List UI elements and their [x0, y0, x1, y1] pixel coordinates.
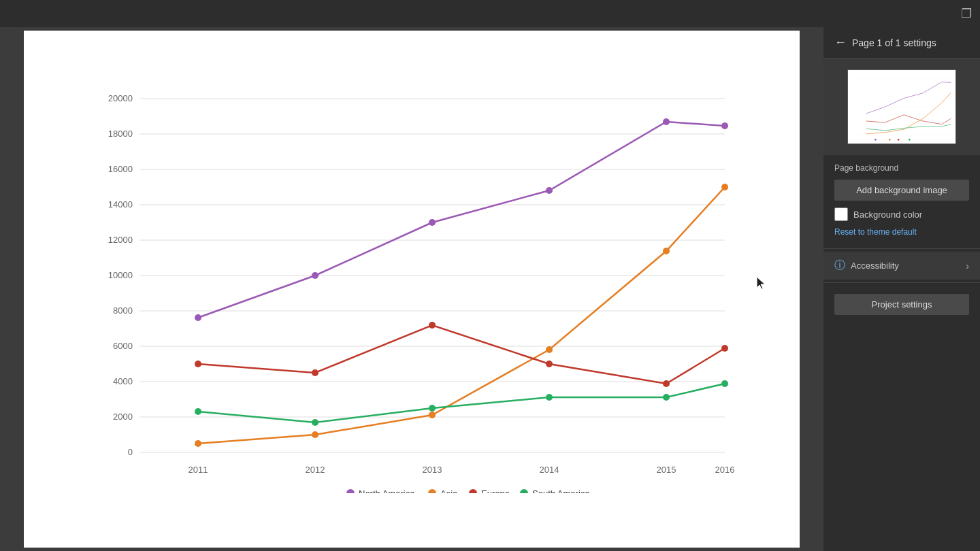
svg-point-29	[312, 272, 318, 279]
svg-point-35	[312, 431, 318, 438]
svg-point-40	[195, 361, 201, 367]
svg-text:16000: 16000	[108, 164, 133, 174]
svg-text:4000: 4000	[113, 376, 133, 386]
series-south-america	[195, 380, 728, 426]
svg-point-44	[663, 380, 670, 387]
svg-point-30	[429, 219, 436, 226]
thumbnail-container	[823, 59, 980, 155]
add-background-image-button[interactable]: Add background image	[834, 180, 969, 201]
svg-point-38	[663, 248, 670, 254]
svg-point-56	[469, 489, 477, 493]
svg-point-64	[875, 139, 877, 141]
svg-point-51	[721, 380, 728, 387]
divider-1	[823, 248, 980, 249]
copy-icon[interactable]: ❐	[961, 6, 972, 21]
svg-text:8000: 8000	[113, 305, 133, 316]
svg-text:Asia: Asia	[440, 488, 458, 493]
chart-container: 0 2000 4000 6000 8000 10000 12000 14000 …	[24, 31, 800, 548]
series-europe	[195, 322, 728, 387]
svg-text:2015: 2015	[657, 465, 676, 475]
svg-point-39	[721, 184, 728, 190]
svg-point-65	[889, 139, 891, 141]
svg-text:2013: 2013	[423, 465, 442, 475]
svg-point-45	[721, 345, 728, 352]
svg-point-47	[312, 419, 318, 426]
svg-point-41	[312, 369, 318, 376]
svg-point-37	[546, 346, 553, 353]
back-icon[interactable]: ←	[834, 35, 847, 50]
svg-text:12000: 12000	[108, 235, 133, 245]
chart-legend: North America Asia Europe South America	[346, 488, 590, 493]
svg-point-49	[546, 394, 553, 401]
svg-text:10000: 10000	[108, 270, 133, 280]
x-axis: 2011 2012 2013 2014 2015 2016	[189, 465, 735, 475]
y-axis: 0 2000 4000 6000 8000 10000 12000 14000 …	[108, 93, 725, 457]
svg-text:14000: 14000	[108, 199, 133, 210]
background-color-row: Background color	[834, 207, 969, 221]
page-background-label: Page background	[834, 163, 969, 173]
svg-text:2012: 2012	[306, 465, 325, 475]
svg-point-31	[546, 187, 553, 194]
svg-point-32	[663, 118, 670, 125]
svg-point-36	[429, 412, 436, 418]
svg-point-67	[909, 139, 911, 141]
reset-theme-link[interactable]: Reset to theme default	[834, 227, 917, 237]
project-settings-button[interactable]: Project settings	[834, 294, 969, 315]
svg-point-48	[429, 405, 436, 412]
chevron-down-icon: ›	[966, 261, 969, 271]
svg-point-43	[546, 361, 553, 367]
series-asia	[195, 184, 728, 447]
svg-point-42	[429, 322, 436, 329]
svg-point-28	[195, 314, 201, 321]
main-area: 0 2000 4000 6000 8000 10000 12000 14000 …	[0, 27, 980, 551]
svg-point-54	[428, 489, 436, 493]
svg-text:Europe: Europe	[481, 488, 510, 493]
right-panel: ← Page 1 of 1 settings	[823, 27, 980, 551]
divider-2	[823, 282, 980, 283]
svg-text:2011: 2011	[189, 465, 208, 475]
svg-point-66	[898, 139, 900, 141]
accessibility-row[interactable]: ⓘ Accessibility ›	[823, 252, 980, 280]
svg-text:North America: North America	[359, 488, 415, 493]
accessibility-icon: ⓘ	[834, 258, 845, 273]
svg-text:South America: South America	[532, 488, 590, 493]
svg-point-50	[663, 394, 670, 401]
svg-text:0: 0	[128, 447, 133, 457]
svg-text:18000: 18000	[108, 129, 133, 139]
svg-text:2000: 2000	[113, 412, 133, 422]
line-chart: 0 2000 4000 6000 8000 10000 12000 14000 …	[78, 58, 759, 493]
page-thumbnail	[847, 69, 956, 144]
svg-point-46	[195, 408, 201, 415]
svg-text:2016: 2016	[715, 465, 735, 475]
svg-text:2014: 2014	[540, 465, 559, 475]
background-color-swatch[interactable]	[834, 207, 848, 221]
page-canvas: 0 2000 4000 6000 8000 10000 12000 14000 …	[24, 31, 800, 548]
panel-header: ← Page 1 of 1 settings	[823, 27, 980, 59]
accessibility-label: Accessibility	[851, 261, 899, 271]
canvas-area: 0 2000 4000 6000 8000 10000 12000 14000 …	[0, 27, 823, 551]
svg-text:20000: 20000	[108, 93, 133, 103]
background-color-label: Background color	[853, 210, 922, 220]
series-north-america	[195, 118, 728, 321]
page-background-section: Page background Add background image Bac…	[823, 155, 980, 246]
svg-point-33	[721, 122, 728, 129]
svg-point-34	[195, 440, 201, 447]
svg-point-58	[520, 489, 528, 493]
top-bar: ❐	[0, 0, 980, 27]
accessibility-left: ⓘ Accessibility	[834, 258, 899, 273]
svg-text:6000: 6000	[113, 341, 133, 351]
svg-point-52	[346, 489, 355, 493]
panel-title: Page 1 of 1 settings	[852, 37, 936, 48]
